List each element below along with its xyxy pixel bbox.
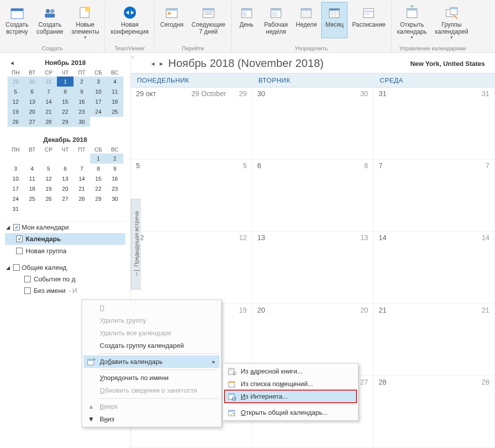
mini-cal-day[interactable]: 22 [90, 184, 107, 194]
today-button[interactable]: Сегодня [157, 2, 187, 38]
month-cell[interactable]: 29 окт29 October29 [131, 88, 252, 159]
mini-cal-day[interactable]: 15 [57, 97, 74, 107]
mini-cal-day[interactable]: 18 [24, 184, 40, 194]
add-calendar-submenu[interactable]: Из адресной книги... Из списка помещений… [223, 363, 359, 421]
mini-cal-day[interactable]: 21 [40, 107, 57, 117]
mini-cal-day[interactable]: 25 [24, 194, 40, 204]
month-view-button[interactable]: Месяц [321, 2, 347, 38]
mini-cal-day[interactable]: 18 [107, 97, 123, 107]
checkbox-icon[interactable] [13, 224, 20, 231]
mini-cal-day[interactable]: 5 [8, 87, 24, 97]
month-cell[interactable]: 2828 [374, 376, 495, 447]
mini-cal-day[interactable]: 19 [40, 184, 57, 194]
mini-cal-day[interactable]: 1 [90, 154, 107, 164]
mini-cal-day[interactable]: 26 [8, 117, 24, 127]
month-cell[interactable]: 55 [131, 160, 252, 231]
context-menu[interactable]: П Удалить группу Удалить все календари С… [82, 300, 222, 427]
cal-prev-month[interactable]: ◂ [151, 59, 155, 67]
mini-cal-day[interactable]: 31 [8, 204, 24, 214]
mini-cal-day[interactable]: 11 [107, 87, 123, 97]
new-meeting-button[interactable]: Создать встречу [2, 2, 32, 42]
mini-cal-day[interactable]: 1 [57, 77, 74, 87]
mini-cal-day[interactable]: 17 [8, 184, 24, 194]
mini-cal-day[interactable]: 8 [90, 164, 107, 174]
submenu-from-address-book[interactable]: Из адресной книги... [225, 365, 357, 378]
mini-calendar-november[interactable]: ◂ Ноябрь 2018 ▸ ПНВТСРЧТПТСБВС 293031123… [8, 57, 123, 127]
mini-cal-day[interactable]: 27 [24, 117, 40, 127]
mini-cal-day[interactable]: 7 [40, 87, 57, 97]
mini-cal-day[interactable]: 14 [74, 174, 90, 184]
submenu-open-shared[interactable]: Открыть общий календарь... [225, 406, 357, 419]
mini-cal-day[interactable]: 11 [24, 174, 40, 184]
mini-cal-day[interactable]: 10 [8, 174, 24, 184]
month-cell[interactable]: 3030 [252, 88, 374, 159]
mini-cal-day[interactable]: 16 [74, 97, 90, 107]
schedule-view-button[interactable]: Расписание [348, 2, 389, 38]
mini-cal-day[interactable]: 20 [57, 184, 74, 194]
mini-cal-day[interactable]: 2 [107, 154, 123, 164]
checkbox-icon[interactable] [13, 264, 20, 271]
new-conference-button[interactable]: Новая конференция [107, 2, 152, 38]
menu-move-down[interactable]: ▼ Вниз [84, 413, 220, 425]
mini-cal-day[interactable]: 30 [74, 117, 90, 127]
new-items-button[interactable]: Новые элементы ▼ [68, 2, 103, 42]
cal-next-month[interactable]: ▸ [160, 59, 163, 67]
mini-cal-day[interactable]: 27 [57, 194, 74, 204]
mini-cal-day[interactable]: 30 [24, 77, 40, 87]
checkbox-icon[interactable] [16, 236, 23, 242]
previous-meeting-tab[interactable]: →| Предыдущая встреча [131, 199, 141, 289]
week-view-button[interactable]: Неделя [293, 2, 321, 38]
mini-cal-day[interactable]: 10 [90, 87, 107, 97]
month-cell[interactable]: 2121 [374, 304, 495, 376]
checkbox-icon[interactable] [24, 276, 31, 282]
mini-cal-day[interactable]: 9 [107, 164, 123, 174]
mini-cal-day[interactable]: 19 [8, 107, 24, 117]
month-cell[interactable]: 1212 [131, 232, 252, 303]
calendar-item-events[interactable]: События по д [5, 273, 125, 285]
day-view-button[interactable]: День [234, 2, 260, 38]
mini-cal-day[interactable]: 31 [40, 77, 57, 87]
submenu-from-room-list[interactable]: Из списка помещений... [225, 378, 357, 390]
mini-cal-day[interactable]: 3 [90, 77, 107, 87]
mini-cal-day[interactable]: 15 [90, 174, 107, 184]
month-cell[interactable]: 66 [252, 160, 374, 231]
calendar-group-shared-header[interactable]: ◢ Общие календ [5, 262, 125, 273]
mini-cal-day[interactable]: 4 [107, 77, 123, 87]
mini-cal-day[interactable]: 29 [57, 117, 74, 127]
mini-cal-day[interactable]: 17 [90, 97, 107, 107]
mini-cal-day[interactable]: 24 [90, 107, 107, 117]
mini-cal-day[interactable]: 6 [57, 164, 74, 174]
mini-cal-day[interactable]: 12 [40, 174, 57, 184]
calendar-groups-button[interactable]: Группы календарей ▼ [432, 2, 472, 42]
mini-cal-day[interactable]: 29 [8, 77, 24, 87]
calendar-item-new-group[interactable]: Новая группа [5, 245, 125, 257]
submenu-from-internet[interactable]: Из Интернета... [225, 390, 357, 403]
new-appointment-button[interactable]: Создать собрание [33, 2, 67, 42]
calendar-group-my-header[interactable]: ◢ Мои календари [5, 221, 125, 233]
mini-cal-day[interactable]: 13 [24, 97, 40, 107]
mini-cal-day[interactable]: 8 [57, 87, 74, 97]
menu-add-calendar[interactable]: + Добавить календарь [84, 355, 220, 368]
mini-cal-day[interactable]: 9 [74, 87, 90, 97]
menu-sort-by-name[interactable]: Упорядочить по имени [84, 371, 220, 384]
calendar-item-main[interactable]: Календарь [5, 233, 125, 245]
mini-cal-day[interactable]: 21 [74, 184, 90, 194]
mini-cal-day[interactable]: 5 [40, 164, 57, 174]
mini-cal-day[interactable]: 26 [40, 194, 57, 204]
mini-cal-day[interactable]: 22 [57, 107, 74, 117]
mini-cal-day[interactable]: 13 [57, 174, 74, 184]
mini-cal-day[interactable]: 29 [90, 194, 107, 204]
menu-create-group[interactable]: Создать группу календарей [84, 339, 220, 352]
mini-cal-day[interactable]: 4 [24, 164, 40, 174]
mini-cal-day[interactable]: 28 [40, 117, 57, 127]
mini-cal-day[interactable]: 30 [107, 194, 123, 204]
workweek-view-button[interactable]: Рабочая неделя [261, 2, 292, 38]
calendar-item-noname[interactable]: Без имени - И [5, 285, 125, 296]
month-cell[interactable]: 77 [374, 160, 495, 231]
month-cell[interactable]: 1414 [374, 232, 495, 303]
mini-cal-day[interactable]: 23 [74, 107, 90, 117]
mini-cal-day[interactable]: 3 [8, 164, 24, 174]
checkbox-icon[interactable] [16, 248, 23, 254]
checkbox-icon[interactable] [24, 287, 31, 294]
mini-cal-day[interactable]: 6 [24, 87, 40, 97]
